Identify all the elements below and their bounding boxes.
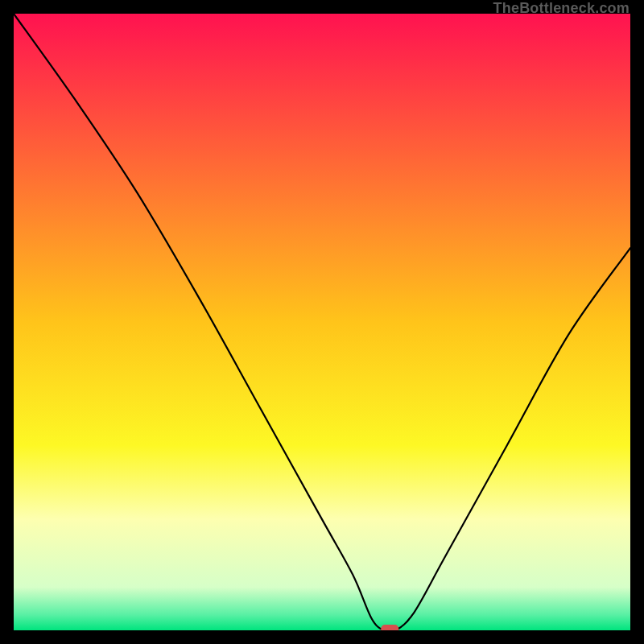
- watermark-text: TheBottleneck.com: [493, 0, 630, 17]
- plot-area: [14, 14, 630, 630]
- bottleneck-curve: [14, 14, 630, 630]
- optimal-marker: [381, 625, 398, 630]
- curve-layer: [14, 14, 630, 630]
- chart-container: TheBottleneck.com: [0, 0, 644, 644]
